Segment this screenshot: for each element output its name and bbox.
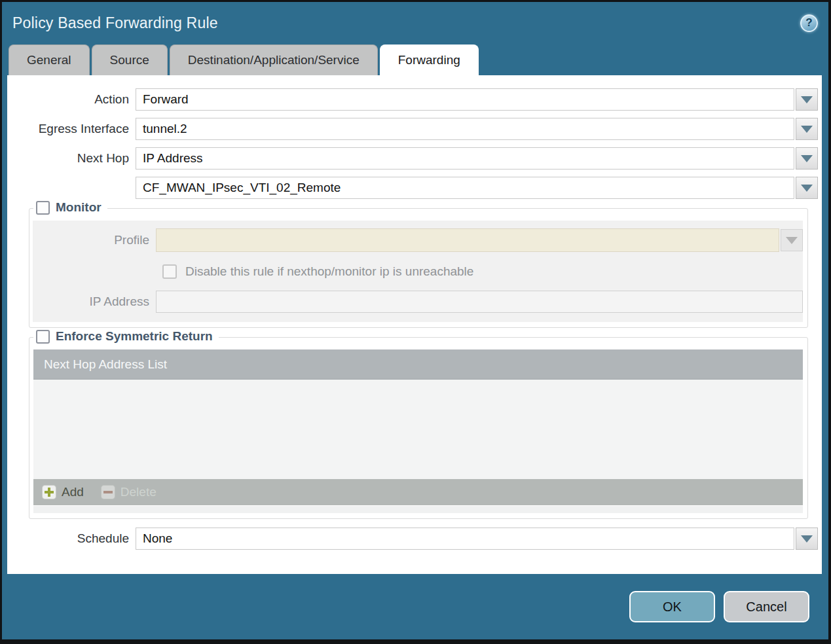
next-hop-address-dropdown-button[interactable]	[796, 177, 818, 199]
next-hop-type-select[interactable]: IP Address	[136, 147, 794, 170]
tab-general-label: General	[27, 53, 71, 67]
tab-bar: General Source Destination/Application/S…	[2, 44, 828, 75]
table-scroll-strip	[33, 506, 803, 513]
monitor-ip-address-label: IP Address	[33, 295, 156, 309]
tab-source-label: Source	[110, 53, 149, 67]
action-label: Action	[7, 92, 136, 107]
next-hop-row: Next Hop IP Address	[7, 147, 822, 170]
chevron-down-icon	[801, 185, 813, 192]
next-hop-address-select[interactable]: CF_MWAN_IPsec_VTI_02_Remote	[136, 177, 794, 199]
profile-label: Profile	[33, 233, 156, 247]
dialog-title: Policy Based Forwarding Rule	[12, 14, 218, 32]
chevron-down-icon	[801, 96, 813, 103]
delete-button-label: Delete	[120, 485, 157, 499]
schedule-label: Schedule	[7, 531, 136, 546]
help-icon[interactable]: ?	[800, 14, 818, 32]
enforce-symmetric-return-legend-label: Enforce Symmetric Return	[56, 329, 213, 344]
profile-dropdown-button-disabled	[781, 229, 803, 251]
schedule-dropdown-button[interactable]	[796, 528, 818, 550]
monitor-panel: Profile Disable this rule if nexthop/mon…	[33, 221, 803, 322]
profile-row: Profile	[33, 228, 803, 252]
enforce-symmetric-return-fieldset: Enforce Symmetric Return Next Hop Addres…	[29, 337, 808, 519]
next-hop-address-row: CF_MWAN_IPsec_VTI_02_Remote	[7, 177, 822, 199]
forwarding-tab-panel: Action Forward Egress Interface tunnel.2…	[7, 75, 822, 574]
disable-rule-checkbox-label: Disable this rule if nexthop/monitor ip …	[185, 264, 473, 279]
egress-interface-row: Egress Interface tunnel.2	[7, 118, 822, 140]
next-hop-type-dropdown-button[interactable]	[796, 147, 818, 170]
screen: Policy Based Forwarding Rule ? General S…	[0, 0, 831, 644]
disable-rule-checkbox-disabled	[162, 264, 177, 279]
egress-interface-dropdown-button[interactable]	[796, 118, 818, 140]
enforce-symmetric-return-checkbox[interactable]	[36, 330, 50, 344]
cancel-button[interactable]: Cancel	[724, 591, 809, 622]
next-hop-address-list-body[interactable]	[33, 380, 803, 479]
enforce-symmetric-return-legend: Enforce Symmetric Return	[33, 329, 219, 344]
monitor-legend-label: Monitor	[56, 200, 102, 215]
next-hop-address-list-toolbar: Add Delete	[33, 479, 803, 505]
monitor-ip-address-input-disabled	[156, 291, 803, 313]
tab-destination-label: Destination/Application/Service	[188, 53, 360, 67]
monitor-checkbox[interactable]	[36, 201, 50, 215]
profile-select-disabled	[156, 228, 779, 252]
action-select[interactable]: Forward	[136, 88, 794, 111]
tab-forwarding-label: Forwarding	[398, 53, 460, 67]
chevron-down-icon	[801, 155, 813, 162]
monitor-ip-address-row: IP Address	[33, 291, 803, 313]
chevron-down-icon	[801, 535, 813, 543]
egress-interface-label: Egress Interface	[7, 122, 136, 136]
disable-rule-checkbox-row: Disable this rule if nexthop/monitor ip …	[162, 263, 803, 279]
add-button[interactable]: Add	[42, 485, 84, 499]
next-hop-address-list-header: Next Hop Address List	[33, 349, 803, 380]
chevron-down-icon	[801, 126, 813, 133]
schedule-select[interactable]: None	[136, 528, 794, 550]
dialog-titlebar: Policy Based Forwarding Rule ?	[2, 2, 828, 44]
plus-icon	[42, 485, 56, 499]
action-row: Action Forward	[7, 88, 822, 111]
tab-general[interactable]: General	[9, 45, 90, 75]
schedule-row: Schedule None	[7, 528, 822, 550]
chevron-down-icon	[786, 237, 798, 244]
action-dropdown-button[interactable]	[796, 88, 818, 111]
dialog-footer: OK Cancel	[2, 574, 828, 639]
delete-button-disabled: Delete	[101, 485, 157, 499]
next-hop-address-list-header-label: Next Hop Address List	[44, 357, 167, 372]
tab-destination-application-service[interactable]: Destination/Application/Service	[170, 45, 378, 75]
monitor-legend: Monitor	[33, 200, 107, 215]
next-hop-label: Next Hop	[7, 151, 136, 166]
minus-icon	[101, 485, 115, 499]
tab-forwarding[interactable]: Forwarding	[380, 45, 479, 75]
add-button-label: Add	[62, 485, 84, 499]
egress-interface-select[interactable]: tunnel.2	[136, 118, 794, 140]
ok-button[interactable]: OK	[629, 591, 715, 622]
tab-source[interactable]: Source	[92, 45, 168, 75]
next-hop-address-list-table: Next Hop Address List Add Delete	[33, 349, 803, 513]
pbf-rule-dialog: Policy Based Forwarding Rule ? General S…	[2, 2, 828, 639]
monitor-fieldset: Monitor Profile Disable this rule if nex…	[29, 208, 808, 328]
